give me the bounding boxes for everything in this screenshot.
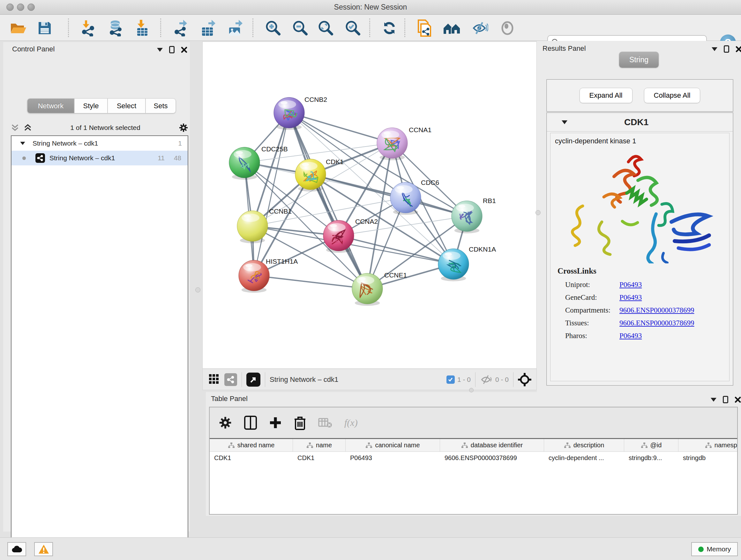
tab-network[interactable]: Network <box>27 98 74 113</box>
network-node-cdk1[interactable]: CDK1 <box>295 158 344 192</box>
network-node-ccna2[interactable]: CCNA2 <box>323 218 378 253</box>
network-edge-ccnb2-hist1h1a[interactable] <box>254 113 289 275</box>
zoom-out-button[interactable] <box>291 19 309 37</box>
tab-string[interactable]: String <box>619 52 659 68</box>
panel-menu-icon[interactable] <box>712 47 718 51</box>
hidden-eye-icon[interactable] <box>480 374 493 385</box>
table-cell[interactable]: stringdb:9... <box>624 452 678 465</box>
table-cell[interactable]: cyclin-dependent ... <box>544 452 624 465</box>
cytoscape-window: Session: New Session <box>0 0 741 560</box>
network-canvas[interactable]: CCNB2CCNA1CDC25BCDK1CDC6RB1CCNB1CCNA2CDK… <box>202 42 537 369</box>
eye-slash-icon <box>472 21 488 35</box>
column-header-database-identifier[interactable]: database identifier <box>440 439 544 451</box>
zoom-fit-button[interactable] <box>317 19 335 37</box>
network-node-ccne1[interactable]: CCNE1 <box>352 271 407 306</box>
tab-select[interactable]: Select <box>108 98 145 113</box>
close-panel-icon[interactable] <box>735 396 741 403</box>
column-header-shared-name[interactable]: shared name <box>210 439 293 451</box>
network-node-hist1h1a[interactable]: HIST1H1A <box>239 258 298 293</box>
network-node-cdc6[interactable]: CDC6 <box>390 179 439 215</box>
clone-network-button[interactable] <box>415 19 433 37</box>
show-all-button[interactable] <box>498 19 516 37</box>
collapse-all-button[interactable]: Collapse All <box>644 88 700 103</box>
network-options-gear-icon[interactable] <box>179 123 188 132</box>
crosslink-link[interactable]: 9606.ENSP00000378699 <box>619 319 694 327</box>
network-node-cdkn1a[interactable]: CDKN1A <box>438 246 496 281</box>
first-neighbors-button[interactable] <box>443 19 461 37</box>
collapse-section-icon[interactable] <box>562 120 567 124</box>
tab-sets[interactable]: Sets <box>145 98 176 113</box>
float-panel-icon[interactable] <box>723 396 728 403</box>
close-panel-icon[interactable] <box>181 47 187 53</box>
close-panel-icon[interactable] <box>736 46 741 52</box>
collapse-collection-icon[interactable] <box>20 142 25 145</box>
network-collection-row[interactable]: String Network – cdk1 1 <box>11 136 188 151</box>
table-settings-gear-icon[interactable] <box>219 416 232 429</box>
network-list-toolbar: 1 of 1 Network selected <box>11 121 188 134</box>
network-edge-cdk1-rb1[interactable] <box>311 174 467 216</box>
column-header--id[interactable]: @id <box>624 439 678 451</box>
float-panel-icon[interactable] <box>169 46 175 53</box>
crosslink-link[interactable]: P06493 <box>619 294 642 302</box>
crosslink-link[interactable]: 9606.ENSP00000378699 <box>619 306 694 314</box>
table-cell[interactable]: 9606.ENSP00000378699 <box>440 452 544 465</box>
memory-button[interactable]: Memory <box>691 542 738 556</box>
open-session-button[interactable] <box>10 19 27 37</box>
zoom-selected-button[interactable] <box>344 19 362 37</box>
splitter-handle[interactable] <box>195 287 200 293</box>
table-cell[interactable]: P06493 <box>346 452 440 465</box>
table-cell[interactable]: stringdb <box>678 452 737 465</box>
column-header-description[interactable]: description <box>544 439 624 451</box>
export-table-button[interactable] <box>199 19 217 37</box>
network-row[interactable]: String Network – cdk1 11 48 <box>11 151 188 165</box>
splitter-handle[interactable] <box>536 210 541 215</box>
panel-menu-icon[interactable] <box>157 48 163 52</box>
zoom-in-button[interactable] <box>264 19 282 37</box>
column-header-namespace[interactable]: namespace <box>678 439 737 451</box>
column-header-name[interactable]: name <box>293 439 346 451</box>
table-row[interactable]: CDK1CDK1P064939606.ENSP00000378699cyclin… <box>210 452 737 465</box>
expand-all-button[interactable]: Expand All <box>580 88 632 103</box>
import-network-database-button[interactable] <box>106 19 124 37</box>
table-cell[interactable]: CDK1 <box>293 452 346 465</box>
collapse-all-icon[interactable] <box>11 124 19 132</box>
network-edge-ccnb2-ccna1[interactable] <box>289 113 392 143</box>
import-table-button[interactable] <box>133 19 151 37</box>
toolbar-separator <box>404 18 405 37</box>
delete-table-icon[interactable] <box>318 417 332 428</box>
detach-view-icon[interactable] <box>246 373 260 387</box>
network-node-rb1[interactable]: RB1 <box>452 197 496 233</box>
float-panel-icon[interactable] <box>724 45 729 53</box>
selected-checkbox-icon[interactable] <box>447 375 455 384</box>
show-columns-icon[interactable] <box>244 416 257 430</box>
cloud-button[interactable] <box>7 542 26 556</box>
table-cell[interactable]: CDK1 <box>210 452 293 465</box>
import-network-file-button[interactable] <box>79 19 97 37</box>
splitter-handle[interactable] <box>469 388 474 392</box>
network-node-ccnb2[interactable]: CCNB2 <box>274 96 327 130</box>
network-share-icon <box>36 153 45 163</box>
column-header-canonical-name[interactable]: canonical name <box>346 439 440 451</box>
crosslink-link[interactable]: P06493 <box>619 332 642 340</box>
warnings-button[interactable] <box>34 542 53 556</box>
network-edge-ccnb2-ccne1[interactable] <box>289 113 367 289</box>
function-builder-icon[interactable]: f(x) <box>344 417 358 428</box>
tab-style[interactable]: Style <box>74 98 108 113</box>
grid-view-icon[interactable] <box>209 374 219 385</box>
export-image-button[interactable] <box>226 19 244 37</box>
crosslink-link[interactable]: P06493 <box>619 281 642 289</box>
network-node-cdc25b[interactable]: CDC25B <box>229 145 288 180</box>
add-column-icon[interactable] <box>269 416 282 429</box>
expand-all-icon[interactable] <box>23 124 32 132</box>
birds-eye-locate-icon[interactable] <box>518 373 531 386</box>
network-edge-hist1h1a-ccne1[interactable] <box>254 275 367 289</box>
export-network-button[interactable] <box>172 19 190 37</box>
panel-menu-icon[interactable] <box>711 398 717 401</box>
delete-column-icon[interactable] <box>294 415 306 430</box>
refresh-button[interactable] <box>381 19 398 37</box>
network-node-ccnb1[interactable]: CCNB1 <box>237 207 292 243</box>
save-session-button[interactable] <box>36 19 54 37</box>
hide-selected-button[interactable] <box>471 19 489 37</box>
gene-section-header[interactable]: CDK1 <box>547 113 733 132</box>
network-view-share-icon[interactable] <box>224 373 237 386</box>
